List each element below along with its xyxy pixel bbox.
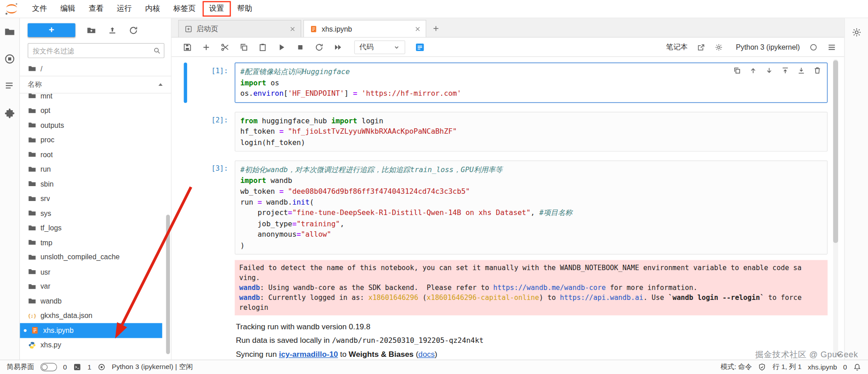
cut-cells-button[interactable] [220, 42, 230, 52]
file-row-xhs-py[interactable]: xhs.py [20, 338, 171, 352]
cursor-position[interactable]: 行 1, 列 1 [773, 362, 802, 372]
menu-item-kernel[interactable]: 内核 [138, 1, 166, 16]
kernel-status-text[interactable]: Python 3 (ipykernel) | 空闲 [112, 362, 193, 372]
file-row-proc[interactable]: proc [20, 132, 171, 147]
terminal-icon[interactable] [73, 363, 81, 371]
new-tab-button[interactable] [432, 24, 440, 33]
file-browser-tab-icon[interactable] [4, 26, 16, 38]
restart-run-all-button[interactable] [333, 42, 343, 52]
activity-bar [0, 18, 20, 360]
refresh-icon[interactable] [128, 25, 138, 35]
code-editor[interactable]: from huggingface_hub import loginhf_toke… [235, 112, 827, 152]
terminals-count[interactable]: 0 [63, 363, 67, 371]
file-row-var[interactable]: var [20, 279, 171, 294]
breadcrumb[interactable]: / [20, 61, 171, 76]
kernel-sessions-icon[interactable] [97, 363, 105, 371]
file-row-sys[interactable]: sys [20, 206, 171, 220]
file-row-xhs-ipynb[interactable]: xhs.ipynb [20, 323, 162, 337]
jupyter-logo-icon [5, 2, 19, 16]
extensions-icon[interactable] [4, 108, 16, 119]
menu-items: 文件编辑查看运行内核标签页设置帮助 [25, 1, 259, 16]
scrollbar-thumb[interactable] [833, 61, 838, 243]
kernel-name[interactable]: Python 3 (ipykernel) [736, 43, 800, 51]
file-row-unsloth-compiled-cache[interactable]: unsloth_compiled_cache [20, 250, 171, 264]
restart-kernel-button[interactable] [315, 42, 324, 52]
copy-cells-button[interactable] [239, 42, 249, 52]
menu-item-help[interactable]: 帮助 [231, 1, 259, 16]
cell-input[interactable]: [2]:from huggingface_hub import loginhf_… [184, 112, 828, 152]
delete-cell-button[interactable] [813, 66, 821, 75]
menu-item-settings[interactable]: 设置 [203, 1, 231, 16]
menu-item-edit[interactable]: 编辑 [54, 1, 82, 16]
tab-launcher[interactable]: 启动页 [178, 20, 301, 37]
insert-cell-button[interactable] [202, 42, 211, 52]
breadcrumb-path: / [40, 65, 42, 73]
code-editor[interactable]: #配置镜像站点访问Huggingfaceimport osos.environ[… [235, 62, 827, 103]
move-cell-down-button[interactable] [765, 66, 773, 75]
file-row-tf-logs[interactable]: tf_logs [20, 220, 171, 235]
run-cell-button[interactable] [277, 42, 286, 52]
file-row-outputs[interactable]: outputs [20, 118, 171, 132]
notebook-toolbar: 代码 笔记本 Python 3 (ipykernel) [172, 37, 844, 57]
file-row-usr[interactable]: usr [20, 264, 171, 279]
root-folder-icon[interactable] [28, 64, 37, 73]
move-cell-up-button[interactable] [749, 66, 757, 75]
paste-cells-button[interactable] [258, 42, 268, 52]
status-bar-left: 简易界面 0 1 Python 3 (ipykernel) | 空闲 [7, 362, 193, 372]
insert-cell-above-button[interactable] [781, 66, 789, 75]
kernels-count[interactable]: 1 [87, 363, 91, 371]
file-row-run[interactable]: run [20, 162, 171, 176]
file-filter-input[interactable] [28, 43, 164, 58]
bell-icon[interactable] [853, 363, 861, 371]
external-link-icon[interactable] [697, 43, 705, 51]
file-row-wandb[interactable]: wandb [20, 294, 171, 308]
notebook-scrollbar[interactable] [833, 59, 838, 357]
insert-cell-below-button[interactable] [797, 66, 805, 75]
menu-item-file[interactable]: 文件 [25, 1, 53, 16]
code-editor[interactable]: #初始化wandb，对本次微调过程进行追踪，比如追踪train_loss，GPU… [235, 160, 827, 254]
notifications-count[interactable]: 0 [843, 363, 847, 371]
file-row-opt[interactable]: opt [20, 103, 171, 117]
simple-mode-toggle[interactable] [40, 363, 57, 371]
upload-icon[interactable] [108, 25, 118, 35]
new-folder-icon[interactable] [86, 25, 96, 35]
file-list-scrollbar[interactable] [166, 215, 170, 354]
menu-item-view[interactable]: 查看 [82, 1, 110, 16]
running-sessions-icon[interactable] [4, 53, 16, 65]
file-row-mnt[interactable]: mnt [20, 94, 171, 103]
menu-bar: 文件编辑查看运行内核标签页设置帮助 [0, 0, 868, 18]
name-column-header[interactable]: 名称 [28, 79, 42, 89]
file-row-gkxhs-data-json[interactable]: {;}gkxhs_data.json [20, 309, 171, 323]
file-name: opt [40, 106, 50, 114]
file-list-header[interactable]: 名称 [20, 76, 171, 94]
tab-notebook[interactable]: xhs.ipynb [303, 20, 426, 37]
file-row-tmp[interactable]: tmp [20, 235, 171, 250]
file-row-root[interactable]: root [20, 147, 171, 162]
property-inspector-gear-icon[interactable] [851, 27, 862, 37]
checkpoint-gear-icon[interactable] [715, 43, 723, 51]
file-row-sbin[interactable]: sbin [20, 177, 171, 191]
trust-shield-icon[interactable] [758, 363, 766, 371]
file-row-srv[interactable]: srv [20, 191, 171, 206]
cell-type-dropdown[interactable]: 代码 [354, 40, 406, 54]
save-button[interactable] [183, 42, 192, 52]
notebook-icon [30, 326, 39, 335]
menu-item-tabs[interactable]: 标签页 [167, 1, 203, 16]
cell-collapser[interactable] [184, 62, 187, 103]
cell-collapser[interactable] [184, 160, 187, 254]
notebook-tools-icon[interactable] [415, 42, 425, 52]
folder-icon [28, 106, 37, 115]
cell-collapser[interactable] [184, 112, 187, 152]
toolbar-menu-icon[interactable] [827, 42, 836, 52]
table-of-contents-tab-icon[interactable] [4, 80, 16, 92]
duplicate-cell-button[interactable] [733, 66, 741, 75]
editor-mode[interactable]: 模式: 命令 [721, 362, 752, 372]
close-icon[interactable] [289, 25, 296, 33]
menu-item-run[interactable]: 运行 [110, 1, 138, 16]
interrupt-kernel-button[interactable] [296, 42, 305, 52]
new-launcher-button[interactable]: + [28, 23, 75, 37]
cell-input[interactable]: [3]:#初始化wandb，对本次微调过程进行追踪，比如追踪train_loss… [184, 160, 828, 254]
close-icon[interactable] [414, 25, 421, 33]
file-name: run [40, 165, 51, 173]
cell-input[interactable]: [1]:#配置镜像站点访问Huggingfaceimport osos.envi… [184, 62, 828, 103]
